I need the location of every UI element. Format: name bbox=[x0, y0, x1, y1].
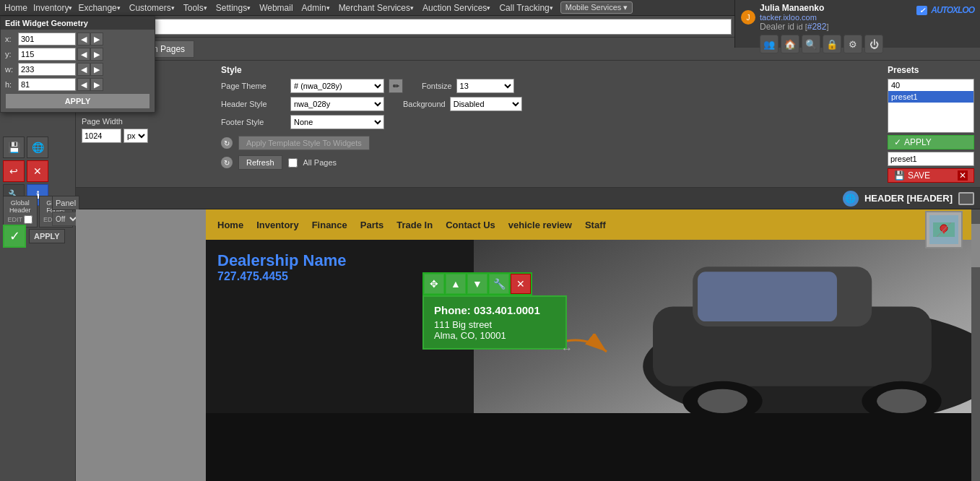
user-icon-search[interactable]: 🔍 bbox=[802, 35, 820, 53]
preset-name-input[interactable] bbox=[888, 152, 974, 166]
apply-check-btn[interactable]: ✓ bbox=[3, 225, 26, 248]
widget-wrench-btn[interactable]: 🔧 bbox=[489, 274, 509, 294]
preset-save-label: SAVE bbox=[908, 170, 930, 181]
website-nav-home[interactable]: Home bbox=[217, 220, 243, 230]
nav-merchant[interactable]: Merchant Services▾ bbox=[334, 3, 418, 13]
page-width-unit[interactable]: px bbox=[123, 129, 148, 143]
mobile-services-btn[interactable]: Mobile Services ▾ bbox=[560, 1, 633, 14]
user-icon-home[interactable]: 🏠 bbox=[781, 35, 799, 53]
widget-city: Alma, CO, 10001 bbox=[434, 330, 555, 341]
x-dec-btn[interactable]: ◀ bbox=[77, 32, 90, 46]
page-width-input[interactable] bbox=[82, 129, 121, 143]
presets-section: Presets 40 preset1 ✓ APPLY 💾 SAVE ✕ bbox=[888, 65, 974, 183]
header-title: HEADER [HEADER] bbox=[864, 193, 953, 204]
widget-close-btn[interactable]: ✕ bbox=[511, 274, 531, 294]
sidebar-globe-icon[interactable]: 🌐 bbox=[27, 136, 48, 158]
website-nav-vehicle-review[interactable]: vehicle review bbox=[508, 220, 572, 230]
edit-widget-title: Edit Widget Geometry bbox=[1, 17, 155, 30]
w-input[interactable] bbox=[18, 63, 76, 76]
website-nav-contact[interactable]: Contact Us bbox=[446, 220, 495, 230]
x-inc-btn[interactable]: ▶ bbox=[90, 32, 103, 46]
background-label: Background bbox=[403, 100, 446, 108]
widget-content[interactable]: Phone: 033.401.0001 111 Big street Alma,… bbox=[422, 295, 567, 350]
website-nav-inventory[interactable]: Inventory bbox=[256, 220, 299, 230]
edit-widget-panel: Edit Widget Geometry x: ◀ ▶ y: ◀ ▶ bbox=[0, 16, 155, 113]
hero-text: Dealership Name 727.475.4455 bbox=[217, 251, 347, 283]
all-pages-checkbox[interactable] bbox=[288, 158, 298, 168]
w-dec-btn[interactable]: ◀ bbox=[77, 63, 90, 76]
nav-home[interactable]: Home bbox=[0, 3, 32, 13]
content-area: 📄 Browse Open Pages Layout off off bbox=[76, 16, 980, 481]
y-inc-btn[interactable]: ▶ bbox=[90, 48, 103, 61]
widget-move-btn[interactable]: ✥ bbox=[424, 274, 444, 294]
preset-item-40[interactable]: 40 bbox=[888, 79, 974, 91]
website-nav-finance[interactable]: Finance bbox=[312, 220, 347, 230]
preview-website: Home Inventory Finance Parts Trade In Co… bbox=[206, 209, 971, 481]
dealership-name: Dealership Name bbox=[217, 251, 347, 270]
scrollbar-thumb[interactable] bbox=[971, 224, 980, 267]
website-nav-parts[interactable]: Parts bbox=[360, 220, 384, 230]
footer-style-select[interactable]: None bbox=[290, 115, 384, 129]
nav-admin[interactable]: Admin▾ bbox=[298, 3, 334, 13]
website-nav-staff[interactable]: Staff bbox=[585, 220, 606, 230]
widget-toolbar: ✥ ▲ ▼ 🔧 ✕ bbox=[422, 272, 532, 295]
sidebar-delete-icon[interactable]: ✕ bbox=[27, 160, 48, 182]
website-nav-tradein[interactable]: Trade In bbox=[396, 220, 433, 230]
h-input[interactable] bbox=[18, 78, 76, 91]
fontsize-label: Fontsize bbox=[422, 82, 452, 90]
nav-tools[interactable]: Tools▾ bbox=[179, 3, 212, 13]
widget-down-btn[interactable]: ▼ bbox=[467, 274, 487, 294]
arrow-indicator bbox=[560, 334, 617, 365]
user-action-icons: 👥 🏠 🔍 🔒 ⚙ ⏻ bbox=[760, 35, 883, 53]
refresh-btn[interactable]: Refresh bbox=[238, 155, 282, 170]
preview-area: Home Inventory Finance Parts Trade In Co… bbox=[76, 209, 980, 481]
preset-save-btn[interactable]: 💾 SAVE ✕ bbox=[888, 168, 974, 183]
h-inc-btn[interactable]: ▶ bbox=[90, 78, 103, 91]
nav-webmail[interactable]: Webmail bbox=[255, 3, 297, 13]
nav-settings[interactable]: Settings▾ bbox=[212, 3, 255, 13]
sidebar-undo-icon[interactable]: ↩ bbox=[3, 160, 25, 182]
nav-exchange[interactable]: Exchange▾ bbox=[74, 3, 124, 13]
x-input[interactable] bbox=[18, 32, 76, 46]
nav-inventory[interactable]: Inventory▾ bbox=[32, 3, 74, 13]
presets-list: 40 preset1 bbox=[888, 79, 974, 133]
y-dec-btn[interactable]: ◀ bbox=[77, 48, 90, 61]
widget-up-btn[interactable]: ▲ bbox=[446, 274, 466, 294]
left-sidebar: Edit Widget Geometry x: ◀ ▶ y: ◀ ▶ bbox=[0, 16, 76, 481]
header-monitor-icon[interactable] bbox=[958, 192, 974, 205]
dealer-id[interactable]: #282 bbox=[807, 22, 827, 32]
nav-auction[interactable]: Auction Services▾ bbox=[418, 3, 495, 13]
y-input[interactable] bbox=[18, 48, 76, 61]
svg-point-11 bbox=[698, 389, 747, 413]
h-dec-btn[interactable]: ◀ bbox=[77, 78, 90, 91]
user-icon-power[interactable]: ⏻ bbox=[864, 35, 883, 53]
nav-customers[interactable]: Customers▾ bbox=[125, 3, 179, 13]
background-select[interactable]: Disabled bbox=[450, 97, 522, 111]
y-label: y: bbox=[5, 50, 18, 58]
panel-btn[interactable]: Panel bbox=[52, 196, 79, 210]
apply-template-btn[interactable]: Apply Template Style To Widgets bbox=[238, 136, 370, 150]
style-section: Style Page Theme # (nwa_028y) ✏ Fontsize… bbox=[221, 65, 882, 183]
apply-text-btn[interactable]: APPLY bbox=[29, 229, 65, 243]
header-style-select[interactable]: nwa_028y bbox=[290, 97, 384, 111]
page-theme-select[interactable]: # (nwa_028y) bbox=[290, 79, 384, 93]
map-thumbnail bbox=[925, 211, 963, 248]
page-theme-label: Page Theme bbox=[221, 82, 286, 90]
user-icon-lock[interactable]: 🔒 bbox=[823, 35, 841, 53]
fontsize-select[interactable]: 13 bbox=[456, 79, 514, 93]
user-dealer: Dealer id id [#282] bbox=[760, 22, 974, 32]
search-input[interactable] bbox=[82, 19, 732, 35]
sidebar-save-icon[interactable]: 💾 bbox=[3, 136, 25, 158]
preset-item-preset1[interactable]: preset1 bbox=[888, 91, 974, 103]
h-label: h: bbox=[5, 80, 18, 89]
preview-scrollbar[interactable] bbox=[971, 209, 980, 481]
presets-apply-btn[interactable]: ✓ APPLY bbox=[888, 135, 974, 150]
page-theme-edit-icon[interactable]: ✏ bbox=[389, 79, 403, 93]
user-icon-gear[interactable]: ⚙ bbox=[844, 35, 862, 53]
widget-phone: Phone: 033.401.0001 bbox=[434, 304, 555, 316]
user-icon-people[interactable]: 👥 bbox=[760, 35, 779, 53]
widget-apply-btn[interactable]: APPLY bbox=[5, 93, 150, 109]
w-inc-btn[interactable]: ▶ bbox=[90, 63, 103, 76]
nav-call-tracking[interactable]: Call Tracking▾ bbox=[495, 3, 557, 13]
page-width-label: Page Width bbox=[82, 117, 123, 126]
